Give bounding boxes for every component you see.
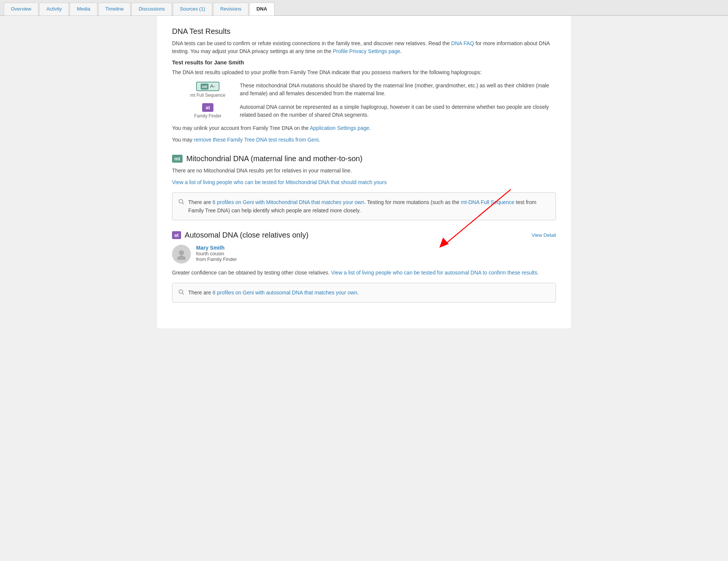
person-relation: fourth cousin — [196, 251, 237, 256]
mt-badge: mt — [201, 84, 209, 90]
tab-sources[interactable]: Sources (1) — [173, 3, 212, 15]
mito-info-box-text: There are 6 profiles on Geni with Mitoch… — [188, 198, 550, 215]
test-results-intro: The DNA test results uploaded to your pr… — [172, 69, 556, 76]
search-icon — [178, 199, 184, 206]
tab-overview[interactable]: Overview — [4, 3, 38, 15]
unlink-paragraph: You may unlink your account from Family … — [172, 124, 556, 132]
search-icon-2 — [178, 289, 184, 297]
section-title-dna: DNA Test Results — [172, 27, 556, 36]
remove-paragraph: You may remove these Family Tree DNA tes… — [172, 136, 556, 144]
dna-test-results-section: DNA Test Results DNA tests can be used t… — [172, 27, 556, 144]
haplo-at-desc: Autosomal DNA cannot be represented as a… — [232, 103, 556, 119]
auto-profiles-link[interactable]: 8 profiles on Geni with autosomal DNA th… — [213, 290, 359, 296]
haplo-mt-item: mtA- mt Full Sequence These mitochondria… — [183, 82, 556, 98]
dna-faq-link[interactable]: DNA FAQ — [451, 40, 474, 46]
haplo-mt-badge-box: mtA- — [196, 82, 219, 91]
auto-confidence-paragraph: Greater confidence can be obtained by te… — [172, 269, 556, 277]
auto-section: at Autosomal DNA (close relatives only) … — [172, 231, 556, 302]
avatar — [172, 245, 191, 264]
mito-heading-row: mt Mitochondrial DNA (maternal line and … — [172, 154, 556, 163]
auto-heading: Autosomal DNA (close relatives only) — [185, 231, 309, 239]
person-row: Mary Smith fourth cousin from Family Fin… — [172, 245, 556, 264]
haplo-at-label-block: at Family Finder — [183, 103, 232, 119]
haplo-mt-sub: mt Full Sequence — [183, 93, 232, 98]
tab-revisions[interactable]: Revisions — [213, 3, 248, 15]
main-content: DNA Test Results DNA tests can be used t… — [157, 16, 571, 328]
tab-timeline[interactable]: Timeline — [98, 3, 131, 15]
mito-view-list-link[interactable]: View a list of living people who can be … — [172, 179, 387, 185]
haplo-at-item: at Family Finder Autosomal DNA cannot be… — [183, 103, 556, 119]
person-name[interactable]: Mary Smith — [196, 245, 237, 251]
person-info: Mary Smith fourth cousin from Family Fin… — [196, 245, 237, 262]
tab-bar: Overview Activity Media Timeline Discuss… — [0, 0, 728, 16]
haplo-mt-desc: These mitochondrial DNA mutations should… — [232, 82, 556, 98]
person-source: from Family Finder — [196, 256, 237, 262]
auto-info-box-text: There are 8 profiles on Geni with autoso… — [188, 288, 359, 297]
haplo-at-badge-box: at — [202, 103, 213, 112]
mito-section: mt Mitochondrial DNA (maternal line and … — [172, 154, 556, 221]
svg-point-0 — [179, 199, 183, 203]
svg-line-7 — [183, 293, 184, 295]
remove-dna-link[interactable]: remove these Family Tree DNA test result… — [194, 137, 318, 143]
dna-intro-paragraph: DNA tests can be used to confirm or refu… — [172, 40, 556, 55]
mt-dna-full-sequence-link[interactable]: mt-DNA Full Sequence — [461, 199, 514, 205]
tab-activity[interactable]: Activity — [39, 3, 69, 15]
auto-view-list-link[interactable]: View a list of living people who can be … — [331, 270, 539, 276]
haplo-at-sub: Family Finder — [183, 113, 232, 119]
profile-privacy-link[interactable]: Profile Privacy Settings page — [333, 48, 400, 54]
mito-badge: mt — [172, 155, 183, 163]
haplo-mt-label-block: mtA- mt Full Sequence — [183, 82, 232, 98]
tab-discussions[interactable]: Discussions — [131, 3, 172, 15]
auto-badge: at — [172, 231, 181, 239]
view-detail-link[interactable]: View Detail — [532, 232, 556, 238]
auto-info-box: There are 8 profiles on Geni with autoso… — [172, 283, 556, 302]
auto-heading-inner: at Autosomal DNA (close relatives only) — [172, 231, 309, 239]
svg-point-5 — [177, 256, 186, 260]
svg-point-6 — [179, 290, 183, 294]
app-settings-link[interactable]: Application Settings page — [310, 125, 369, 131]
person-avatar-icon — [176, 248, 187, 260]
auto-heading-row: at Autosomal DNA (close relatives only) … — [172, 231, 556, 239]
svg-point-4 — [179, 250, 184, 256]
mito-heading: Mitochondrial DNA (maternal line and mot… — [186, 154, 362, 163]
mito-no-results: There are no Mitochondrial DNA results y… — [172, 167, 556, 175]
mito-info-box: There are 6 profiles on Geni with Mitoch… — [172, 192, 556, 221]
tab-media[interactable]: Media — [70, 3, 97, 15]
test-results-heading: Test results for Jane Smith — [172, 59, 556, 66]
mito-profiles-link[interactable]: 6 profiles on Geni with Mitochondrial DN… — [213, 199, 366, 205]
tab-dna[interactable]: DNA — [249, 3, 274, 15]
svg-line-1 — [183, 203, 184, 204]
